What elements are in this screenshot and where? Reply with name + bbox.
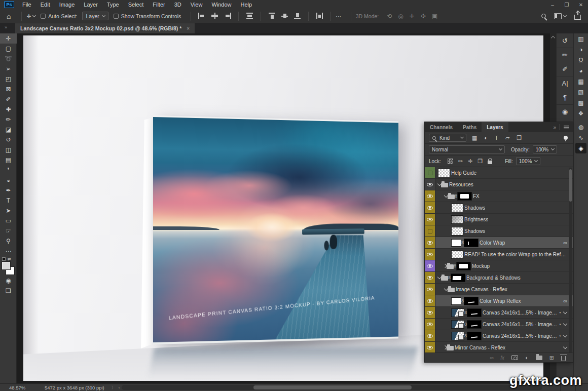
scrollbar-thumb[interactable] (569, 169, 572, 202)
visibility-toggle[interactable] (425, 214, 435, 225)
channels-panel-icon[interactable]: ◍ (574, 122, 588, 132)
fill-value-field[interactable]: 100% (516, 157, 540, 165)
document-tab[interactable]: Landscape Canvas Ratio 3x2 Mockup 02.psd… (15, 23, 195, 33)
layer-mask-thumbnail[interactable] (464, 297, 479, 305)
layer-row[interactable]: Help Guide (425, 167, 573, 179)
layers-panel-icon[interactable]: ◈ (575, 143, 586, 153)
3d-pan-icon[interactable]: ✛ (410, 13, 415, 20)
align-bottom-icon[interactable] (293, 13, 301, 19)
align-center-h-icon[interactable] (211, 13, 218, 19)
collapse-panel-icon[interactable]: » (553, 125, 556, 130)
dodge-tool[interactable]: ◒ (0, 175, 17, 185)
layer-thumbnail[interactable] (451, 332, 464, 340)
layer-thumbnail[interactable] (451, 215, 463, 224)
clone-stamp-tool[interactable]: ◪ (0, 125, 17, 135)
close-button[interactable]: ✕ (574, 2, 588, 8)
panel-menu-icon[interactable] (564, 126, 569, 129)
visibility-toggle[interactable] (425, 237, 435, 248)
layers-scrollbar[interactable] (569, 168, 572, 353)
libraries-panel-icon[interactable]: ▥ (574, 33, 588, 44)
menu-filter[interactable]: Filter (148, 2, 169, 8)
history-panel-icon[interactable]: ↺ (557, 33, 573, 48)
layer-row[interactable]: 8FX (425, 190, 573, 202)
menu-image[interactable]: Image (55, 2, 80, 8)
type-tool[interactable]: T (0, 196, 17, 206)
brush-tool[interactable]: ✏ (0, 114, 17, 125)
gradient-tool[interactable]: ▤ (0, 155, 17, 165)
menu-select[interactable]: Select (124, 2, 149, 8)
layer-thumbnail[interactable] (438, 169, 450, 177)
auto-select-target-dropdown[interactable]: Layer (82, 12, 108, 20)
menu-view[interactable]: View (186, 2, 207, 8)
filter-shape-layers-icon[interactable]: ▱ (505, 135, 509, 141)
layer-mask-thumbnail[interactable] (457, 192, 472, 201)
layer-row[interactable]: 8Mockup (425, 260, 573, 272)
chevron-down-icon[interactable] (563, 321, 567, 325)
layer-thumbnail[interactable] (451, 320, 464, 329)
lock-position-icon[interactable]: ✛ (468, 158, 472, 165)
layer-mask-thumbnail[interactable] (451, 273, 465, 282)
history-brush-tool[interactable]: ↺ (0, 135, 17, 145)
menu-3d[interactable]: 3D (170, 2, 186, 8)
3d-camera-icon[interactable]: ▣ (432, 13, 437, 20)
frame-tool[interactable]: ⊠ (0, 84, 17, 94)
lock-transparent-icon[interactable] (448, 159, 453, 164)
filter-on-toggle[interactable] (564, 136, 568, 140)
menu-file[interactable]: File (18, 2, 36, 8)
learn-panel-icon[interactable]: Ω (574, 55, 588, 65)
layer-row[interactable]: 8Canvas 24x16x1....5% - Image Wrap◔ (425, 319, 573, 330)
minimize-button[interactable]: – (545, 2, 560, 8)
visibility-toggle[interactable] (425, 272, 435, 283)
layer-row[interactable]: Mirror Canvas - Reflex (425, 342, 573, 353)
tab-channels[interactable]: Channels (425, 122, 458, 132)
scrollbar-thumb[interactable] (253, 385, 412, 389)
tab-overflow-icon[interactable]: » (5, 25, 7, 30)
quick-mask-button[interactable]: ◉ (0, 276, 17, 286)
align-left-icon[interactable] (198, 13, 206, 19)
layer-mask-thumbnail[interactable] (467, 308, 482, 317)
layer-thumbnail[interactable] (451, 250, 463, 259)
dist-vertical-icon[interactable] (246, 13, 253, 19)
character-panel-icon[interactable]: A| (557, 76, 573, 90)
show-transform-checkbox[interactable] (114, 14, 119, 19)
brushes-panel-icon[interactable]: ✐ (557, 62, 573, 76)
eraser-tool[interactable]: ◫ (0, 145, 17, 155)
chevron-down-icon[interactable] (563, 309, 567, 314)
layer-thumbnail[interactable] (451, 308, 464, 317)
properties-panel-icon[interactable]: ◉ (557, 104, 573, 119)
align-middle-icon[interactable] (281, 13, 288, 19)
status-expand-arrow-icon[interactable]: 〉 (112, 385, 116, 390)
layer-row[interactable]: 8Canvas 24x16x1....5% - Image Wrap◔ (425, 330, 573, 342)
more-align-options-icon[interactable]: ⋯ (336, 13, 341, 19)
delete-layer-icon[interactable] (561, 355, 566, 361)
menu-type[interactable]: Type (102, 2, 124, 8)
layer-mask-thumbnail[interactable] (464, 239, 479, 247)
align-right-icon[interactable] (224, 13, 231, 19)
brush-settings-panel-icon[interactable]: ✏ (557, 48, 573, 62)
default-colors-icon[interactable] (2, 257, 6, 261)
link-layers-icon[interactable]: ∞ (490, 355, 494, 361)
adjustments-panel-icon[interactable]: ◑ (574, 44, 588, 55)
add-layer-mask-icon[interactable] (511, 355, 518, 360)
layer-row[interactable]: 8Background & Shadows (425, 272, 573, 284)
layer-row[interactable]: 8Color Wrap∞ (425, 237, 573, 249)
layer-thumbnail[interactable] (451, 227, 463, 236)
pen-tool[interactable]: ✒ (0, 185, 17, 196)
filter-pixel-layers-icon[interactable]: ▦ (472, 135, 477, 141)
zoom-level-field[interactable]: 48.57% (9, 385, 35, 390)
new-group-icon[interactable] (536, 356, 542, 360)
visibility-toggle[interactable] (425, 307, 435, 318)
home-icon[interactable]: ⌂ (7, 12, 11, 20)
healing-brush-tool[interactable]: ✚ (0, 104, 17, 114)
chevron-down-icon[interactable] (563, 333, 567, 337)
filter-type-layers-icon[interactable]: T (495, 135, 498, 141)
layer-row[interactable]: Shadows (425, 225, 573, 237)
layer-row[interactable]: 8Canvas 24x16x1....5% - Image Wrap◔ (425, 307, 573, 319)
opacity-value-field[interactable]: 100% (533, 145, 557, 153)
filter-adjustment-layers-icon[interactable]: ◐ (484, 135, 488, 141)
search-icon[interactable] (541, 14, 546, 18)
layer-mask-thumbnail[interactable] (456, 262, 471, 270)
current-tool-indicator[interactable]: ✛ (26, 13, 35, 19)
visibility-toggle[interactable] (425, 179, 435, 190)
layer-row[interactable]: READ! To use the color Wrap go to the Re… (425, 249, 573, 260)
